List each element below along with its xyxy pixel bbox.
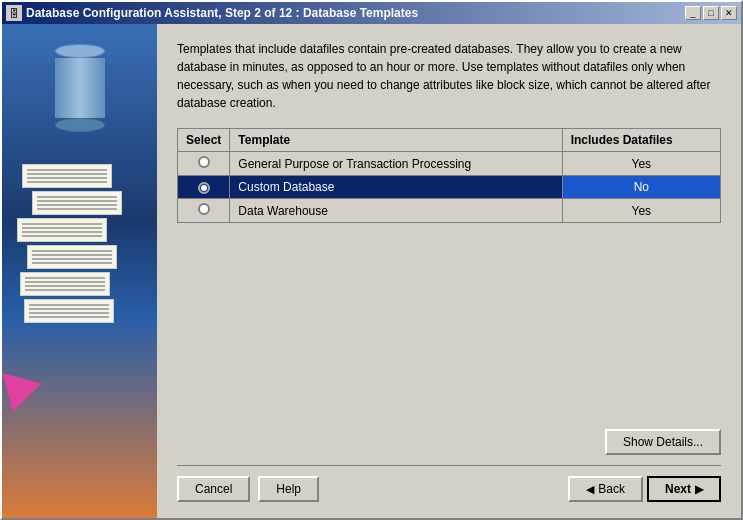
table-row: General Purpose or Transaction Processin… xyxy=(178,152,721,176)
radio-general[interactable] xyxy=(198,156,210,168)
titlebar-left: 🗄 Database Configuration Assistant, Step… xyxy=(6,5,418,21)
next-arrow-icon: ▶ xyxy=(695,483,703,496)
buttons-row: Cancel Help ◀ Back Next ▶ xyxy=(177,465,721,502)
minimize-button[interactable]: _ xyxy=(685,6,701,20)
row-general-template[interactable]: General Purpose or Transaction Processin… xyxy=(230,152,562,176)
row-general-datafiles: Yes xyxy=(562,152,720,176)
paper-doc-6 xyxy=(24,299,114,323)
table-row: Data Warehouse Yes xyxy=(178,199,721,223)
content-area: Templates that include datafiles contain… xyxy=(157,24,741,518)
pink-arrow xyxy=(2,364,46,412)
window-icon: 🗄 xyxy=(6,5,22,21)
close-button[interactable]: ✕ xyxy=(721,6,737,20)
cylinder-bottom xyxy=(55,118,105,132)
bottom-area: Show Details... Cancel Help ◀ Back xyxy=(177,429,721,502)
table-row-selected: Custom Database No xyxy=(178,176,721,199)
row-custom-template[interactable]: Custom Database xyxy=(230,176,562,199)
titlebar-buttons: _ □ ✕ xyxy=(685,6,737,20)
database-cylinder-icon xyxy=(55,44,105,132)
left-buttons: Cancel Help xyxy=(177,476,319,502)
row-custom-datafiles: No xyxy=(562,176,720,199)
row-warehouse-select[interactable] xyxy=(178,199,230,223)
main-content: Templates that include datafiles contain… xyxy=(2,24,741,518)
help-button[interactable]: Help xyxy=(258,476,319,502)
show-details-button[interactable]: Show Details... xyxy=(605,429,721,455)
paper-doc-3 xyxy=(17,218,107,242)
template-table: Select Template Includes Datafiles Gener… xyxy=(177,128,721,223)
back-button[interactable]: ◀ Back xyxy=(568,476,643,502)
back-label: Back xyxy=(598,482,625,496)
description-text: Templates that include datafiles contain… xyxy=(177,40,721,112)
cylinder-top xyxy=(55,44,105,58)
col-template: Template xyxy=(230,129,562,152)
col-datafiles: Includes Datafiles xyxy=(562,129,720,152)
radio-custom-dot xyxy=(201,185,207,191)
back-arrow-icon: ◀ xyxy=(586,483,594,496)
next-label: Next xyxy=(665,482,691,496)
full-content-wrapper: Templates that include datafiles contain… xyxy=(177,40,721,502)
paper-doc-4 xyxy=(27,245,117,269)
radio-warehouse[interactable] xyxy=(198,203,210,215)
cylinder-body xyxy=(55,58,105,118)
document-papers xyxy=(12,164,147,326)
row-warehouse-datafiles: Yes xyxy=(562,199,720,223)
paper-doc-2 xyxy=(32,191,122,215)
main-window: 🗄 Database Configuration Assistant, Step… xyxy=(0,0,743,520)
cancel-button[interactable]: Cancel xyxy=(177,476,250,502)
radio-custom[interactable] xyxy=(198,182,210,194)
arrow-icon xyxy=(7,368,42,408)
show-details-row: Show Details... xyxy=(177,429,721,455)
maximize-button[interactable]: □ xyxy=(703,6,719,20)
row-custom-select[interactable] xyxy=(178,176,230,199)
right-buttons: ◀ Back Next ▶ xyxy=(568,476,721,502)
row-warehouse-template[interactable]: Data Warehouse xyxy=(230,199,562,223)
window-title: Database Configuration Assistant, Step 2… xyxy=(26,6,418,20)
next-button[interactable]: Next ▶ xyxy=(647,476,721,502)
titlebar: 🗄 Database Configuration Assistant, Step… xyxy=(2,2,741,24)
paper-doc-5 xyxy=(20,272,110,296)
row-general-select[interactable] xyxy=(178,152,230,176)
col-select: Select xyxy=(178,129,230,152)
sidebar xyxy=(2,24,157,518)
table-header-row: Select Template Includes Datafiles xyxy=(178,129,721,152)
paper-doc-1 xyxy=(22,164,112,188)
